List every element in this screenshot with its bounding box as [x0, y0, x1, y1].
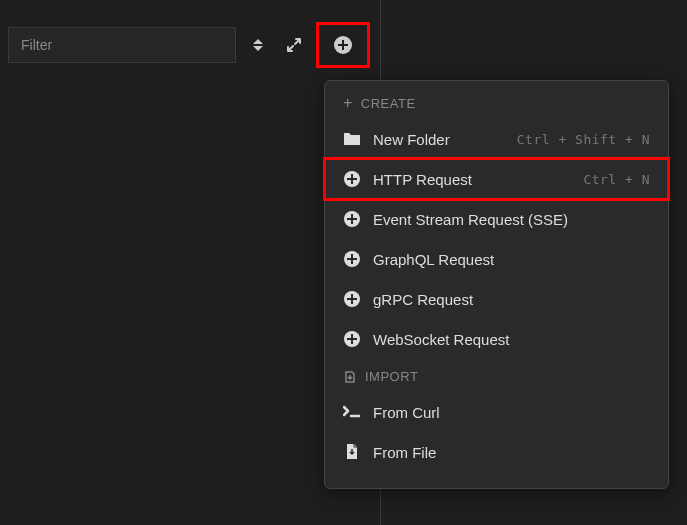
expand-icon	[286, 37, 302, 53]
menu-item-label: From File	[373, 444, 436, 461]
toolbar	[0, 0, 687, 76]
import-section-header: IMPORT	[325, 359, 668, 392]
sort-icon	[253, 39, 263, 51]
import-icon	[343, 370, 357, 384]
menu-item-sse-request[interactable]: Event Stream Request (SSE)	[325, 199, 668, 239]
create-header-label: CREATE	[361, 96, 416, 111]
menu-item-label: From Curl	[373, 404, 440, 421]
plus-circle-icon	[343, 210, 361, 228]
menu-item-label: gRPC Request	[373, 291, 473, 308]
plus-circle-icon	[343, 290, 361, 308]
plus-circle-icon	[343, 250, 361, 268]
terminal-icon	[343, 403, 361, 421]
add-button[interactable]	[329, 31, 357, 59]
filter-input[interactable]	[8, 27, 236, 63]
create-section-header: + CREATE	[325, 91, 668, 119]
plus-circle-icon	[334, 36, 352, 54]
create-menu: + CREATE New Folder Ctrl + Shift + N HTT…	[324, 80, 669, 489]
menu-item-label: New Folder	[373, 131, 450, 148]
menu-item-graphql-request[interactable]: GraphQL Request	[325, 239, 668, 279]
menu-item-label: Event Stream Request (SSE)	[373, 211, 568, 228]
menu-item-shortcut: Ctrl + N	[583, 172, 650, 187]
menu-item-http-request[interactable]: HTTP Request Ctrl + N	[325, 159, 668, 199]
add-button-highlight	[316, 22, 370, 68]
folder-icon	[343, 130, 361, 148]
menu-item-label: GraphQL Request	[373, 251, 494, 268]
plus-circle-icon	[343, 330, 361, 348]
import-header-label: IMPORT	[365, 369, 418, 384]
menu-item-label: WebSocket Request	[373, 331, 509, 348]
menu-item-label: HTTP Request	[373, 171, 472, 188]
menu-item-from-file[interactable]: From File	[325, 432, 668, 472]
plus-icon: +	[343, 95, 353, 111]
menu-item-grpc-request[interactable]: gRPC Request	[325, 279, 668, 319]
menu-item-new-folder[interactable]: New Folder Ctrl + Shift + N	[325, 119, 668, 159]
menu-item-websocket-request[interactable]: WebSocket Request	[325, 319, 668, 359]
menu-item-from-curl[interactable]: From Curl	[325, 392, 668, 432]
menu-item-shortcut: Ctrl + Shift + N	[517, 132, 650, 147]
file-icon	[343, 443, 361, 461]
expand-button[interactable]	[280, 31, 308, 59]
sort-button[interactable]	[244, 31, 272, 59]
plus-circle-icon	[343, 170, 361, 188]
